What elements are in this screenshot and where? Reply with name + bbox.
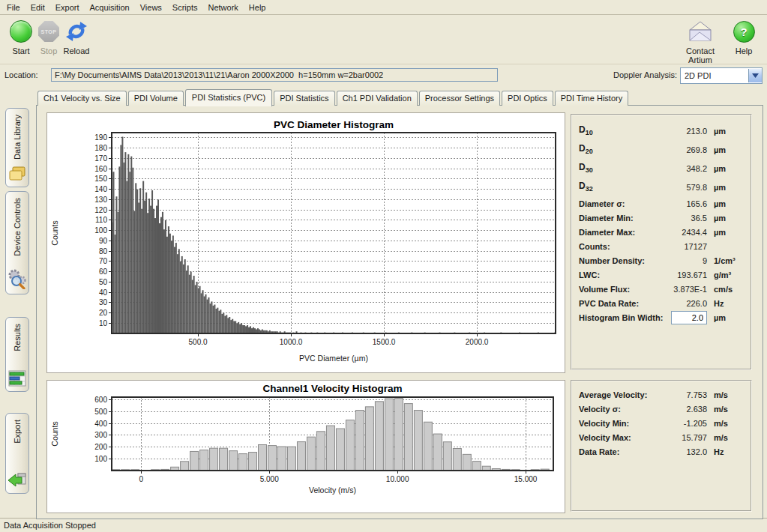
stat-row-lwc: LWC:193.671g/m³ bbox=[572, 267, 751, 282]
sidebar-item-data-library[interactable]: Data Library bbox=[5, 108, 29, 187]
contact-artium-button[interactable]: Contact Artium bbox=[673, 18, 727, 64]
gears-magnifier-icon bbox=[7, 268, 27, 289]
stat-label: Number Density: bbox=[579, 256, 664, 265]
tab-pdi-statistics[interactable]: PDI Statistics bbox=[274, 91, 334, 106]
stat-row-d20: D20269.8µm bbox=[572, 140, 751, 159]
stat-label: Diameter σ: bbox=[579, 199, 664, 208]
tab-ch1-velocity-vs-size[interactable]: Ch1 Velocity vs. Size bbox=[37, 91, 127, 106]
svg-text:140: 140 bbox=[94, 185, 107, 193]
stat-row-velocity-max: Velocity Max:15.797m/s bbox=[572, 430, 751, 444]
tab-pdi-optics[interactable]: PDI Optics bbox=[502, 91, 553, 106]
envelope-icon bbox=[688, 20, 713, 43]
chevron-down-icon[interactable] bbox=[748, 69, 762, 82]
stat-unit: m/s bbox=[714, 405, 744, 414]
svg-text:60: 60 bbox=[99, 267, 108, 276]
help-button[interactable]: ? Help bbox=[729, 18, 759, 55]
menu-export[interactable]: Export bbox=[50, 1, 85, 14]
stat-row-velocity-min: Velocity Min:-1.205m/s bbox=[572, 416, 751, 430]
menu-help[interactable]: Help bbox=[244, 1, 271, 14]
reload-label: Reload bbox=[59, 46, 94, 55]
stat-value: 579.8 bbox=[664, 183, 707, 192]
velocity-statistics-panel: Average Velocity:7.753m/sVelocity σ:2.63… bbox=[571, 380, 752, 512]
tab-pdi-time-history[interactable]: PDI Time History bbox=[555, 91, 629, 106]
svg-text:100: 100 bbox=[94, 455, 107, 463]
stat-label: Average Velocity: bbox=[579, 390, 664, 399]
menu-edit[interactable]: Edit bbox=[25, 1, 50, 14]
ch1-velocity-histogram: 10020030040050060005.00010.00015.000Chan… bbox=[47, 381, 563, 511]
location-field[interactable] bbox=[51, 68, 498, 82]
pvc-diameter-histogram: 1020304050607080901001101201301401501601… bbox=[47, 113, 563, 371]
histogram-bin-width-input[interactable] bbox=[671, 311, 707, 324]
diameter-statistics-panel: D10213.0µmD20269.8µmD30348.2µmD32579.8µm… bbox=[571, 114, 752, 370]
status-bar: Data Acquisition Stopped bbox=[0, 518, 767, 532]
reload-button[interactable]: Reload bbox=[59, 18, 94, 55]
sidebar-item-export[interactable]: Export bbox=[5, 413, 29, 494]
menu-scripts[interactable]: Scripts bbox=[167, 1, 203, 14]
menu-file[interactable]: File bbox=[1, 1, 25, 14]
sidebar-item-label: Data Library bbox=[13, 115, 22, 160]
stat-row-number-density: Number Density:91/cm³ bbox=[572, 253, 751, 267]
stat-label: Diameter Min: bbox=[579, 214, 664, 223]
stat-row-volume-flux: Volume Flux:3.873E-1cm/s bbox=[572, 282, 751, 296]
stat-value: 17127 bbox=[664, 242, 707, 251]
stat-unit: µm bbox=[714, 199, 744, 208]
stat-unit: Hz bbox=[714, 447, 744, 456]
tab-pdi-statistics-pvc[interactable]: PDI Statistics (PVC) bbox=[185, 89, 272, 106]
svg-text:70: 70 bbox=[99, 257, 108, 265]
sidebar-item-device-controls[interactable]: Device Controls bbox=[5, 191, 29, 294]
stat-value: 9 bbox=[664, 256, 707, 265]
svg-text:PVC Diameter Histogram: PVC Diameter Histogram bbox=[274, 119, 394, 130]
svg-text:110: 110 bbox=[95, 216, 107, 224]
stat-value: 7.753 bbox=[664, 390, 707, 399]
sidebar-item-results[interactable]: Results bbox=[5, 317, 29, 392]
stat-label: Data Rate: bbox=[579, 447, 664, 456]
stat-row-data-rate: Data Rate:132.0Hz bbox=[572, 444, 751, 459]
stat-value: 348.2 bbox=[664, 164, 707, 173]
svg-text:300: 300 bbox=[94, 431, 107, 439]
svg-text:120: 120 bbox=[94, 206, 107, 214]
stat-row-diameter-sigma: Diameter σ:165.6µm bbox=[572, 196, 751, 211]
stat-unit: µm bbox=[714, 214, 744, 223]
stat-value: 165.6 bbox=[664, 199, 707, 208]
svg-text:150: 150 bbox=[94, 175, 107, 183]
tab-pdi-volume[interactable]: PDI Volume bbox=[128, 91, 184, 106]
tab-ch1-pdi-validation[interactable]: Ch1 PDI Validation bbox=[337, 91, 418, 106]
menu-views[interactable]: Views bbox=[135, 1, 167, 14]
menu-network[interactable]: Network bbox=[202, 1, 243, 14]
svg-text:90: 90 bbox=[99, 237, 108, 245]
svg-text:Velocity (m/s): Velocity (m/s) bbox=[309, 486, 356, 495]
stat-row-counts: Counts:17127 bbox=[572, 239, 751, 253]
stat-value: 213.0 bbox=[664, 127, 707, 136]
svg-text:1500.0: 1500.0 bbox=[373, 338, 396, 346]
stat-label: D32 bbox=[579, 181, 664, 193]
svg-text:500.0: 500.0 bbox=[189, 338, 208, 346]
stat-value: 226.0 bbox=[664, 299, 707, 308]
velocity-histogram-panel: 10020030040050060005.00010.00015.000Chan… bbox=[46, 380, 565, 513]
stat-value: 193.671 bbox=[664, 270, 707, 279]
svg-text:130: 130 bbox=[94, 196, 107, 204]
pvc-diameter-histogram-panel: 1020304050607080901001101201301401501601… bbox=[46, 112, 565, 373]
menu-acquisition[interactable]: Acquisition bbox=[85, 1, 135, 14]
svg-text:Channel1 Velocity Histogram: Channel1 Velocity Histogram bbox=[262, 383, 402, 394]
bar-chart-icon bbox=[8, 370, 26, 387]
tab-content-panel: 1020304050607080901001101201301401501601… bbox=[36, 105, 763, 519]
sidebar-item-label: Export bbox=[13, 420, 22, 444]
svg-text:Counts: Counts bbox=[50, 421, 59, 446]
stat-row-d30: D30348.2µm bbox=[572, 159, 751, 178]
stat-unit: µm bbox=[714, 313, 744, 322]
svg-text:170: 170 bbox=[94, 154, 107, 163]
doppler-analysis-value: 2D PDI bbox=[681, 71, 748, 80]
tab-processor-settings[interactable]: Processor Settings bbox=[419, 91, 500, 106]
svg-text:190: 190 bbox=[94, 133, 107, 142]
stat-label: Counts: bbox=[579, 242, 664, 251]
stat-row-diameter-max: Diameter Max:2434.4µm bbox=[572, 225, 751, 239]
doppler-analysis-dropdown[interactable]: 2D PDI bbox=[680, 67, 763, 84]
stat-label: D20 bbox=[579, 143, 664, 155]
stat-row-d32: D32579.8µm bbox=[572, 178, 751, 196]
stat-value: 36.5 bbox=[664, 214, 707, 223]
svg-text:30: 30 bbox=[99, 298, 108, 306]
help-label: Help bbox=[729, 46, 759, 55]
stat-unit: 1/cm³ bbox=[714, 256, 744, 265]
stat-label: Velocity Max: bbox=[579, 433, 664, 442]
stat-value: 132.0 bbox=[664, 447, 707, 456]
